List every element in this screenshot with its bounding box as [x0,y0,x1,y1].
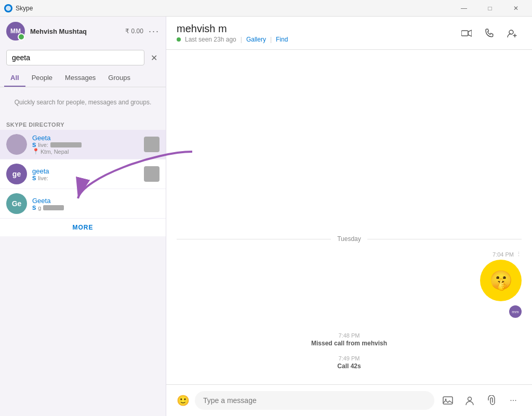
audio-call-button[interactable] [480,24,499,43]
right-panel: mehvish m Last seen 23h ago | Gallery | … [166,17,532,416]
day-line-left [177,239,331,239]
result-sub: S live: [32,142,139,148]
result-name: Geeta [32,197,159,205]
add-contact-button[interactable] [503,24,522,43]
user-more-button[interactable]: ··· [149,26,159,37]
search-tabs: All People Messages Groups [0,70,166,87]
system-time: 7:48 PM [177,332,522,339]
tab-messages[interactable]: Messages [59,70,102,87]
skype-icon [4,4,12,12]
more-options-button[interactable]: ··· [505,392,522,409]
directory-label: SKYPE DIRECTORY [0,117,166,130]
message-more-icon[interactable]: ⋮ [516,251,522,258]
avatar [6,134,27,155]
gallery-label: Gallery [246,36,266,43]
find-label: Find [276,36,288,43]
avatar-image [6,134,27,155]
chat-body: Tuesday 7:04 PM ⋮ 🤫 mm 7:48 PM [166,50,532,384]
more-button[interactable]: MORE [0,219,166,236]
window-controls: — □ ✕ [452,0,528,17]
avatar: MM [6,22,25,41]
chat-title-section: mehvish m Last seen 23h ago | Gallery | … [177,23,288,43]
system-message: 7:49 PM Call 42s [177,355,522,370]
result-name: Geeta [32,134,139,142]
minimize-button[interactable]: — [452,0,476,17]
blurred-id [50,142,82,147]
svg-point-0 [6,6,11,11]
message-group: 7:04 PM ⋮ 🤫 mm [177,251,522,320]
image-attach-button[interactable] [440,392,456,409]
chat-actions [457,24,522,43]
chat-input-area: 🙂 ··· [166,384,532,416]
maximize-button[interactable]: □ [478,0,502,17]
user-name: Mehvish Mushtaq [30,28,120,35]
app-title: Skype [16,5,33,12]
user-header: MM Mehvish Mushtaq ₹ 0.00 ··· [0,17,166,46]
titlebar: Skype — □ ✕ [0,0,532,17]
result-sub: S live: [32,175,139,181]
user-balance: ₹ 0.00 [125,28,143,35]
svg-marker-3 [468,30,472,36]
result-name: geeta [32,167,139,175]
result-info: Geeta S g [32,197,159,211]
file-attach-button[interactable] [483,392,500,409]
search-hint: Quickly search for people, messages and … [0,87,166,117]
video-call-button[interactable] [457,24,476,43]
search-input-wrap [6,50,144,65]
system-message: 7:48 PM Missed call from mehvish [177,332,522,347]
result-action-blurred [144,137,159,152]
gallery-icon[interactable]: Gallery [246,36,266,43]
result-sub: S g [32,205,159,211]
avatar: ge [6,164,27,184]
list-item[interactable]: Ge Geeta S g [0,189,166,219]
online-dot [177,37,181,42]
sender-avatar: mm [509,305,522,318]
chat-header: mehvish m Last seen 23h ago | Gallery | … [166,17,532,50]
result-list: Geeta S live: 📍 Ktm, Nepal ge [0,130,166,416]
list-item[interactable]: Geeta S live: 📍 Ktm, Nepal [0,130,166,159]
search-input[interactable] [12,53,139,62]
contact-share-button[interactable] [461,392,478,409]
last-seen: Last seen 23h ago [185,36,236,43]
day-line-right [367,239,522,239]
titlebar-left: Skype [4,4,33,12]
skype-icon-s: S [32,175,36,181]
emoji-picker-button[interactable]: 🙂 [177,394,190,407]
tab-groups[interactable]: Groups [102,70,137,87]
day-label: Tuesday [337,235,361,243]
system-text: Missed call from mehvish [311,340,387,347]
location-pin-icon: 📍 [32,148,39,155]
result-info: Geeta S live: 📍 Ktm, Nepal [32,134,139,155]
search-bar: ✕ [0,46,166,70]
result-action-blurred [144,166,159,182]
chat-meta: Last seen 23h ago | Gallery | Find [177,36,288,43]
emoji-sticker: 🤫 [480,260,522,301]
find-button[interactable]: Find [276,36,288,43]
close-button[interactable]: ✕ [504,0,528,17]
system-text: Call 42s [337,363,361,370]
blurred-id [43,205,64,210]
tab-people[interactable]: People [25,70,59,87]
result-info: geeta S live: [32,167,139,181]
skype-icon-s: S [32,205,36,211]
svg-rect-2 [461,31,468,36]
chat-name: mehvish m [177,23,288,35]
search-clear-button[interactable]: ✕ [149,51,159,65]
skype-icon-s: S [32,142,36,148]
svg-point-9 [468,397,472,401]
message-time: 7:04 PM ⋮ [177,251,522,258]
message-input[interactable] [195,391,434,410]
day-divider: Tuesday [177,235,522,243]
tab-all[interactable]: All [4,70,25,87]
system-time: 7:49 PM [177,355,522,361]
app-container: MM Mehvish Mushtaq ₹ 0.00 ··· ✕ All Peop… [0,17,532,416]
message-bubble: 🤫 mm [177,260,522,318]
avatar: Ge [6,193,27,214]
list-item[interactable]: ge geeta S live: [0,159,166,189]
left-panel: MM Mehvish Mushtaq ₹ 0.00 ··· ✕ All Peop… [0,17,166,416]
result-location: 📍 Ktm, Nepal [32,148,139,155]
